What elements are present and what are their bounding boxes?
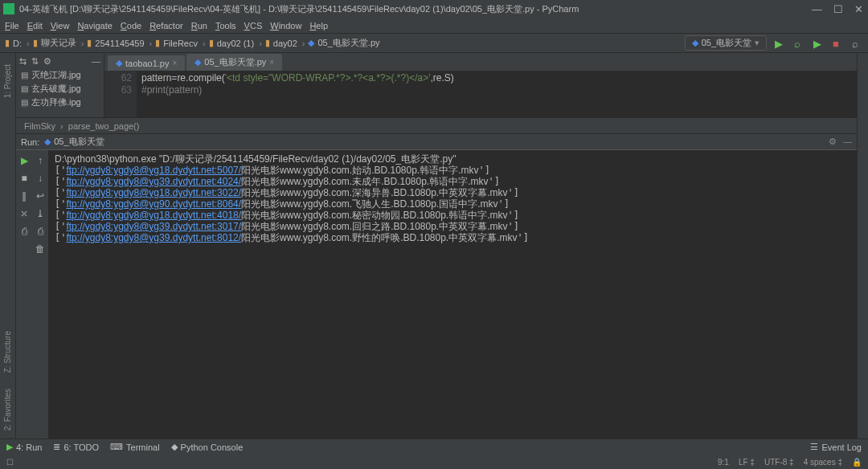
expand-icon[interactable]: ⇆ <box>19 56 27 67</box>
project-item[interactable]: ▤玄兵破魔.jpg <box>18 82 102 96</box>
down-icon[interactable]: ↓ <box>38 173 43 184</box>
breadcrumb-item[interactable]: ▮FileRecv <box>155 38 198 48</box>
tab-event-log[interactable]: ☰Event Log <box>810 442 862 452</box>
editor-tab[interactable]: ◆05_电影天堂.py× <box>186 54 282 71</box>
breadcrumb-label: day02 (1) <box>217 39 254 48</box>
menu-tools[interactable]: Tools <box>215 21 236 31</box>
exit-button[interactable]: ⤫ <box>20 208 28 219</box>
search-icon[interactable]: ⌕ <box>852 38 863 49</box>
menu-file[interactable]: File <box>5 21 19 31</box>
menu-code[interactable]: Code <box>121 21 141 31</box>
line-sep[interactable]: LF ‡ <box>739 458 755 467</box>
output-link[interactable]: ftp://ygdy8:ygdy8@yg39.dydytt.net:4024/ <box>66 176 241 187</box>
stop-button[interactable]: ■ <box>833 38 844 49</box>
breadcrumb-item[interactable]: ▮聊天记录 <box>33 37 76 49</box>
project-item-label: 左功拜佛.ipg <box>31 96 81 108</box>
file-icon: ▤ <box>21 71 28 80</box>
crumb-class[interactable]: FilmSky <box>24 121 55 131</box>
left-tool-gutter: 1: Project Z: Structure 2: Favorites <box>0 53 16 438</box>
output-link[interactable]: ftp://ygdy8:ygdy8@yg18.dydytt.net:5007/ <box>66 165 241 176</box>
output-link[interactable]: ftp://ygdy8:ygdy8@yg39.dydytt.net:3017/ <box>66 221 241 232</box>
project-item-label: 灭绝江湖.jpg <box>31 69 81 81</box>
run-sidebar-left: ▶ ■ ‖ ⤫ ⎙ <box>16 150 32 438</box>
run-with-coverage-button[interactable]: ▶ <box>813 38 825 49</box>
close-button[interactable]: ✕ <box>854 3 863 15</box>
output-link[interactable]: ftp://ygdy8:ygdy8@yg18.dydytt.net:3022/ <box>66 187 241 198</box>
breadcrumb-item[interactable]: ▮D: <box>5 38 22 48</box>
run-config-selector[interactable]: ◆ 05_电影天堂 ▾ <box>685 35 767 51</box>
stop-button[interactable]: ■ <box>21 173 27 184</box>
menu-vcs[interactable]: VCS <box>244 21 263 31</box>
lock-icon[interactable]: 🔒 <box>852 458 862 467</box>
code-lines[interactable]: pattern=re.compile('<td style="WORD-WRAP… <box>137 71 857 117</box>
folder-icon: ▮ <box>265 38 270 48</box>
tab-terminal[interactable]: ⌨Terminal <box>110 442 160 452</box>
breadcrumb-label: 2541145459 <box>95 39 144 48</box>
breadcrumb-item[interactable]: ◆05_电影天堂.py <box>308 37 379 49</box>
collapse-icon[interactable]: ⇅ <box>31 56 39 67</box>
menu-view[interactable]: View <box>51 21 70 31</box>
rerun-button[interactable]: ▶ <box>21 155 28 166</box>
menu-window[interactable]: Window <box>270 21 301 31</box>
run-panel: ▶ ■ ‖ ⤫ ⎙ ↑ ↓ ↩ ⤓ ⎙ 🗑 D:\python38\python… <box>16 149 857 438</box>
gear-icon[interactable]: ⚙ <box>43 56 51 67</box>
folder-icon: ▮ <box>155 38 160 48</box>
editor-tabs: ◆taobao1.py×◆05_电影天堂.py× <box>104 53 857 71</box>
python-icon: ◆ <box>308 38 314 48</box>
python-icon: ◆ <box>194 57 201 67</box>
python-icon: ◆ <box>44 137 51 147</box>
tool-structure[interactable]: Z: Structure <box>3 331 12 373</box>
breadcrumb-item[interactable]: ▮day02 <box>265 38 297 48</box>
tab-todo[interactable]: ≣6: TODO <box>53 442 99 452</box>
debug-button[interactable]: ⌕ <box>794 38 805 49</box>
output-link[interactable]: ftp://ygdy8:ygdy8@yg90.dydytt.net:8064/ <box>66 198 241 210</box>
status-icon[interactable]: ☐ <box>6 458 14 467</box>
hide-icon[interactable]: — <box>92 56 100 67</box>
menu-edit[interactable]: Edit <box>27 21 43 31</box>
code-area[interactable]: 6263 pattern=re.compile('<td style="WORD… <box>104 71 857 117</box>
tab-run[interactable]: ▶4: Run <box>6 442 42 452</box>
soft-wrap-icon[interactable]: ↩ <box>36 190 44 202</box>
close-icon[interactable]: × <box>269 58 274 67</box>
menu-help[interactable]: Help <box>309 21 328 31</box>
breadcrumb-item[interactable]: ▮2541145459 <box>87 38 144 48</box>
run-config-label: 05_电影天堂 <box>702 37 751 49</box>
project-toolbar: ⇆ ⇅ ⚙ — <box>18 55 102 68</box>
project-item[interactable]: ▤左功拜佛.ipg <box>18 96 102 109</box>
code-breadcrumb: FilmSky › parse_two_page() <box>16 117 857 133</box>
tool-project[interactable]: 1: Project <box>3 64 12 98</box>
output-link[interactable]: ftp://ygdy8:ygdy8@yg18.dydytt.net:4018/ <box>66 210 241 221</box>
run-output[interactable]: D:\python38\python.exe "D:/聊天记录/25411454… <box>48 150 857 438</box>
scroll-icon[interactable]: ⤓ <box>36 208 44 219</box>
minimize-button[interactable]: — <box>812 3 822 15</box>
output-link[interactable]: ftp://ygdy8:ygdy8@yg39.dydytt.net:8012/ <box>66 232 241 243</box>
project-panel: ⇆ ⇅ ⚙ — ▤灭绝江湖.jpg▤玄兵破魔.jpg▤左功拜佛.ipg <box>16 53 104 117</box>
crumb-method[interactable]: parse_two_page() <box>68 121 140 131</box>
maximize-button[interactable]: ☐ <box>833 3 843 15</box>
up-icon[interactable]: ↑ <box>38 155 43 166</box>
menu-bar: FileEditViewNavigateCodeRefactorRunTools… <box>0 18 868 34</box>
menu-run[interactable]: Run <box>191 21 207 31</box>
breadcrumb-item[interactable]: ▮day02 (1) <box>209 38 254 48</box>
gear-icon[interactable]: ⚙ <box>829 137 837 147</box>
close-icon[interactable]: × <box>172 59 177 67</box>
main-area: 1: Project Z: Structure 2: Favorites ⇆ ⇅… <box>0 53 868 438</box>
python-icon: ◆ <box>692 38 698 48</box>
project-item[interactable]: ▤灭绝江湖.jpg <box>18 68 102 82</box>
folder-icon: ▮ <box>209 38 214 48</box>
print-icon[interactable]: ⎙ <box>38 226 43 237</box>
tab-python-console[interactable]: ◆Python Console <box>171 442 244 452</box>
menu-navigate[interactable]: Navigate <box>77 21 112 31</box>
tool-favorites[interactable]: 2: Favorites <box>3 389 12 430</box>
hide-icon[interactable]: — <box>843 137 852 147</box>
nav-right: ◆ 05_电影天堂 ▾ ▶ ⌕ ▶ ■ ⌕ <box>685 35 863 51</box>
menu-refactor[interactable]: Refactor <box>149 21 183 31</box>
indent[interactable]: 4 spaces ‡ <box>804 458 842 467</box>
run-button[interactable]: ▶ <box>775 38 786 49</box>
trash-icon[interactable]: 🗑 <box>35 243 45 255</box>
line-numbers: 6263 <box>104 71 137 117</box>
editor-tab[interactable]: ◆taobao1.py× <box>108 55 185 71</box>
encoding[interactable]: UTF-8 ‡ <box>764 458 794 467</box>
pause-button[interactable]: ‖ <box>22 190 27 202</box>
dump-icon[interactable]: ⎙ <box>22 226 27 237</box>
